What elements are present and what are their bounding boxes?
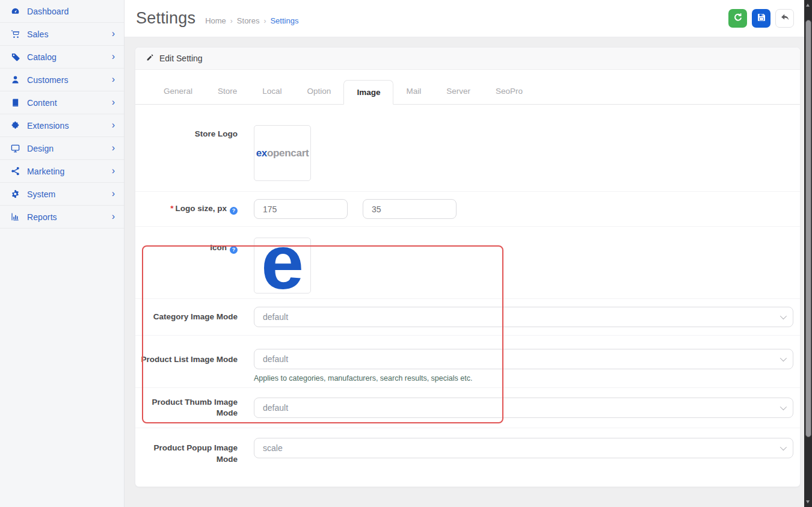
product-popup-image-mode-select[interactable]: scale	[254, 438, 793, 458]
sidebar-item-label: Marketing	[27, 167, 112, 176]
tag-icon	[10, 52, 20, 62]
edit-setting-panel: Edit Setting General Store Local Option …	[135, 47, 801, 487]
settings-tabs: General Store Local Option Image Mail Se…	[135, 70, 800, 105]
panel-title: Edit Setting	[159, 54, 203, 63]
chevron-right-icon: ›	[112, 166, 115, 176]
store-logo-label: Store Logo	[135, 125, 238, 181]
chevron-right-icon: ›	[112, 52, 115, 61]
category-image-mode-select[interactable]: default	[254, 307, 793, 327]
sidebar-item-marketing[interactable]: Marketing ›	[0, 160, 124, 183]
monitor-icon	[10, 143, 20, 153]
store-logo-thumbnail[interactable]: exopencart	[254, 125, 311, 181]
icon-label: Icon?	[135, 238, 238, 293]
sidebar-item-label: Extensions	[27, 121, 112, 131]
breadcrumb-home[interactable]: Home	[205, 16, 226, 25]
logo-width-input[interactable]	[254, 199, 348, 219]
product-thumb-image-mode-label: Product Thumb Image Mode	[135, 397, 238, 419]
bar-chart-icon	[10, 212, 20, 222]
gear-icon	[10, 189, 20, 199]
gauge-icon	[10, 6, 20, 16]
favicon-thumbnail[interactable]: e	[254, 238, 311, 293]
sidebar-item-extensions[interactable]: Extensions ›	[0, 114, 124, 137]
tab-mail[interactable]: Mail	[393, 80, 434, 104]
save-button[interactable]	[752, 9, 770, 28]
logo-height-input[interactable]	[363, 199, 457, 219]
tab-image[interactable]: Image	[343, 80, 393, 105]
chevron-right-icon: ›	[112, 75, 115, 84]
breadcrumb-stores[interactable]: Stores	[237, 16, 260, 25]
sidebar-item-catalog[interactable]: Catalog ›	[0, 46, 124, 69]
help-circle-icon[interactable]: ?	[230, 207, 238, 215]
tab-store[interactable]: Store	[205, 80, 250, 104]
app-window: Dashboard Sales › Catalog › Customers ›	[0, 0, 812, 507]
sidebar-item-label: Dashboard	[27, 7, 115, 16]
scrollbar-thumb[interactable]	[805, 20, 811, 437]
sidebar-item-reports[interactable]: Reports ›	[0, 206, 124, 229]
chevron-down-icon	[780, 444, 787, 450]
main-content: Settings Home › Stores › Settings	[125, 0, 812, 507]
tab-server[interactable]: Server	[434, 80, 483, 104]
book-icon	[10, 97, 20, 108]
category-image-mode-row: Category Image Mode default	[135, 299, 800, 336]
sidebar-item-dashboard[interactable]: Dashboard	[0, 0, 124, 23]
tab-local[interactable]: Local	[250, 80, 294, 104]
sidebar: Dashboard Sales › Catalog › Customers ›	[0, 0, 125, 507]
scroll-down-arrow-icon[interactable]	[806, 500, 810, 503]
sidebar-item-label: Content	[27, 98, 112, 108]
sidebar-item-customers[interactable]: Customers ›	[0, 69, 124, 91]
product-list-image-mode-row: Product List Image Mode default Applies …	[135, 336, 800, 388]
undo-arrow-icon	[780, 13, 790, 25]
vertical-scrollbar[interactable]	[804, 0, 812, 507]
chevron-right-icon: ›	[112, 212, 115, 221]
chevron-right-icon: ›	[112, 143, 115, 153]
breadcrumb-separator: ›	[263, 17, 266, 25]
product-popup-image-mode-label: Product Popup Image Mode	[135, 438, 238, 464]
pencil-icon	[146, 53, 154, 64]
chevron-down-icon	[780, 404, 787, 410]
cart-icon	[10, 29, 20, 39]
help-circle-icon[interactable]: ?	[230, 246, 238, 254]
panel-header: Edit Setting	[135, 48, 800, 70]
tab-option[interactable]: Option	[295, 80, 344, 104]
sidebar-item-label: Catalog	[27, 52, 112, 62]
puzzle-icon	[10, 120, 20, 131]
save-floppy-icon	[757, 13, 766, 25]
refresh-icon	[733, 13, 743, 25]
sidebar-item-content[interactable]: Content ›	[0, 91, 124, 114]
sidebar-item-label: Reports	[27, 212, 112, 222]
product-thumb-image-mode-select[interactable]: default	[254, 398, 793, 418]
sidebar-item-system[interactable]: System ›	[0, 183, 124, 206]
refresh-button[interactable]	[728, 9, 747, 28]
product-list-help-text: Applies to categories, manufacturers, se…	[254, 374, 793, 383]
breadcrumb-settings[interactable]: Settings	[270, 16, 298, 25]
product-popup-image-mode-row: Product Popup Image Mode scale	[135, 428, 800, 486]
logo-size-label: *Logo size, px?	[135, 203, 238, 215]
category-image-mode-label: Category Image Mode	[135, 312, 238, 322]
chevron-right-icon: ›	[112, 120, 115, 130]
chevron-right-icon: ›	[112, 29, 115, 38]
product-list-image-mode-label: Product List Image Mode	[135, 349, 238, 383]
back-button[interactable]	[775, 9, 794, 28]
store-logo-row: Store Logo exopencart	[135, 105, 800, 192]
sidebar-item-label: Customers	[27, 75, 112, 85]
page-header: Settings Home › Stores › Settings	[125, 0, 812, 37]
sidebar-item-label: System	[27, 189, 112, 199]
page-title: Settings	[136, 9, 195, 28]
sidebar-item-design[interactable]: Design ›	[0, 137, 124, 160]
tab-general[interactable]: General	[151, 80, 205, 104]
breadcrumb: Home › Stores › Settings	[205, 16, 298, 25]
tab-seopro[interactable]: SeoPro	[483, 80, 535, 104]
required-asterisk: *	[170, 204, 173, 213]
store-logo-image: exopencart	[256, 147, 309, 159]
user-icon	[10, 75, 20, 85]
product-list-image-mode-select[interactable]: default	[254, 349, 793, 369]
logo-size-row: *Logo size, px?	[135, 192, 800, 227]
sidebar-item-sales[interactable]: Sales ›	[0, 23, 124, 46]
breadcrumb-separator: ›	[230, 17, 233, 25]
icon-row: Icon? e	[135, 227, 800, 299]
chevron-right-icon: ›	[112, 97, 115, 107]
share-icon	[10, 166, 20, 176]
chevron-down-icon	[780, 313, 787, 319]
image-settings-form: Store Logo exopencart *Logo size, px?	[135, 105, 800, 487]
scroll-up-arrow-icon[interactable]	[806, 4, 810, 7]
